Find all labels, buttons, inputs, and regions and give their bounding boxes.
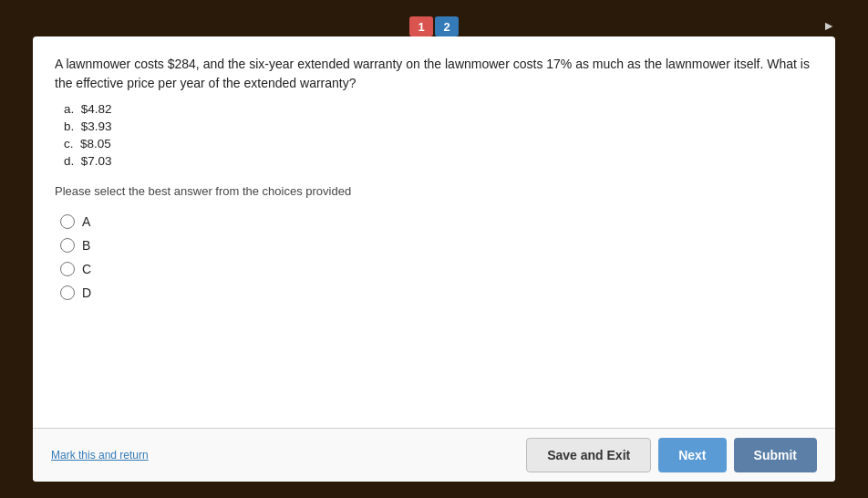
radio-option-c[interactable]: C bbox=[60, 262, 813, 276]
radio-option-a[interactable]: A bbox=[60, 214, 813, 229]
radio-option-b[interactable]: B bbox=[60, 238, 813, 253]
instruction-text: Please select the best answer from the c… bbox=[55, 184, 813, 198]
choice-b-value: $3.93 bbox=[81, 119, 112, 133]
choice-d: d. $7.03 bbox=[64, 154, 813, 168]
next-button[interactable]: Next bbox=[658, 438, 726, 472]
choice-a-value: $4.82 bbox=[81, 102, 112, 116]
radio-a-label: A bbox=[82, 214, 90, 229]
card-footer: Mark this and return Save and Exit Next … bbox=[33, 428, 835, 482]
radio-c-label: C bbox=[82, 262, 91, 276]
choice-d-letter: d. bbox=[64, 154, 74, 168]
choice-d-value: $7.03 bbox=[81, 154, 112, 168]
radio-options: A B C D bbox=[60, 214, 813, 300]
radio-b-label: B bbox=[82, 238, 90, 253]
radio-d[interactable] bbox=[60, 285, 75, 300]
question-text: A lawnmower costs $284, and the six-year… bbox=[55, 55, 813, 93]
choice-c-value: $8.05 bbox=[80, 137, 111, 150]
radio-c[interactable] bbox=[60, 262, 75, 276]
card-body: A lawnmower costs $284, and the six-year… bbox=[33, 36, 835, 428]
radio-b[interactable] bbox=[60, 238, 75, 253]
footer-buttons: Save and Exit Next Submit bbox=[526, 438, 817, 472]
submit-button[interactable]: Submit bbox=[734, 438, 817, 472]
page-2-indicator[interactable]: 2 bbox=[435, 16, 459, 36]
choice-b: b. $3.93 bbox=[64, 119, 813, 133]
next-arrow-icon: ► bbox=[822, 18, 835, 33]
save-exit-button[interactable]: Save and Exit bbox=[526, 438, 651, 472]
choice-a: a. $4.82 bbox=[64, 102, 813, 116]
question-card: A lawnmower costs $284, and the six-year… bbox=[33, 36, 835, 482]
page-1-indicator[interactable]: 1 bbox=[409, 16, 433, 36]
mark-return-link[interactable]: Mark this and return bbox=[51, 449, 149, 462]
choice-c: c. $8.05 bbox=[64, 137, 813, 150]
choice-c-letter: c. bbox=[64, 137, 74, 150]
answer-choices: a. $4.82 b. $3.93 c. $8.05 d. $7.03 bbox=[64, 102, 813, 168]
choice-b-letter: b. bbox=[64, 119, 74, 133]
top-bar: 1 2 ► bbox=[33, 16, 835, 36]
radio-option-d[interactable]: D bbox=[60, 285, 813, 300]
radio-d-label: D bbox=[82, 285, 91, 300]
choice-a-letter: a. bbox=[64, 102, 74, 116]
radio-a[interactable] bbox=[60, 214, 75, 229]
